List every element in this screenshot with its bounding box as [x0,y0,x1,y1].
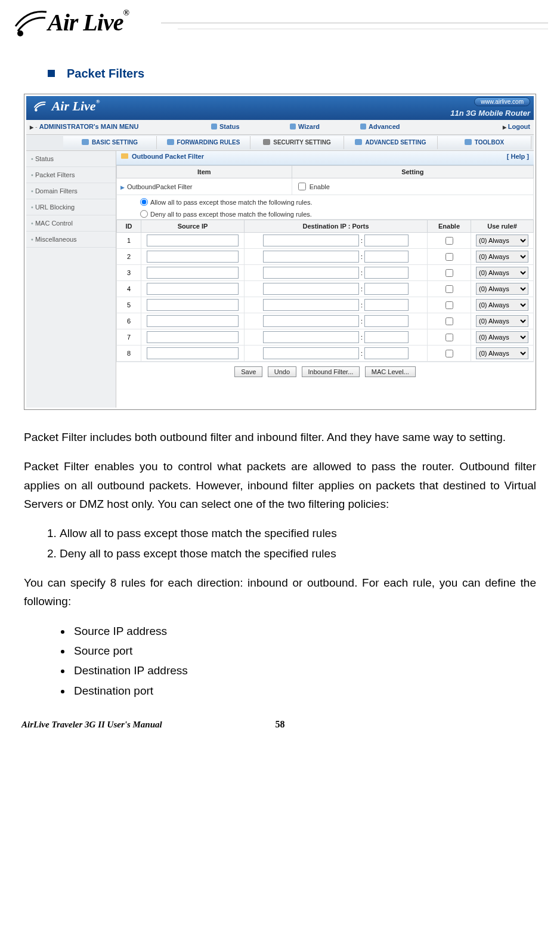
table-row: 4 : (0) Always [117,281,534,297]
sidebar-item-domain-filters[interactable]: Domain Filters [26,183,116,199]
use-rule-select[interactable]: (0) Always [476,299,528,311]
dest-port-input[interactable] [364,347,409,359]
wizard-icon [290,124,296,129]
rule-enable-checkbox[interactable] [445,350,453,357]
rule-enable-checkbox[interactable] [445,269,453,277]
dest-port-input[interactable] [364,251,409,263]
undo-button[interactable]: Undo [268,366,296,377]
source-ip-input[interactable] [147,315,239,327]
dest-ip-input[interactable] [263,315,359,327]
source-ip-input[interactable] [147,251,239,263]
col-dest-ip-ports: Destination IP : Ports [245,220,428,233]
rule-enable-checkbox[interactable] [445,237,453,245]
tab-row: BASIC SETTING FORWARDING RULES SECURITY … [26,135,534,151]
source-ip-input[interactable] [147,283,239,295]
brand-text: Air Live [48,9,123,36]
use-rule-select[interactable]: (0) Always [476,315,528,327]
url-pill[interactable]: www.airlive.com [474,97,530,106]
save-button[interactable]: Save [234,366,262,377]
source-ip-input[interactable] [147,267,239,279]
tab-icon [82,139,89,145]
tab-forwarding-rules[interactable]: FORWARDING RULES [157,136,250,149]
mac-level-button[interactable]: MAC Level... [365,366,416,377]
panel-title: Outbound Packet Filter [ Help ] [116,151,534,165]
main-menu: ▶- ADMINISTRATOR's MAIN MENU Status Wiza… [26,120,534,135]
enable-checkbox[interactable] [298,183,306,190]
inbound-filter-button[interactable]: Inbound Filter... [302,366,360,377]
advanced-icon [360,124,366,129]
menu-wizard[interactable]: Wizard [290,123,320,130]
dest-port-input[interactable] [364,283,409,295]
list-item: Destination port [72,681,536,700]
sidebar-item-url-blocking[interactable]: URL Blocking [26,199,116,215]
policy-deny-row: Deny all to pass except those match the … [117,207,533,219]
screenshot-panel: Air Live® www.airlive.com 11n 3G Mobile … [24,94,536,410]
policy-allow-radio[interactable] [140,198,148,206]
rule-enable-checkbox[interactable] [445,285,453,293]
use-rule-select[interactable]: (0) Always [476,283,528,295]
dest-ip-input[interactable] [263,299,359,311]
use-rule-select[interactable]: (0) Always [476,331,528,343]
row-id: 8 [117,346,141,362]
tab-basic-setting[interactable]: BASIC SETTING [63,136,157,149]
menu-status[interactable]: Status [211,123,240,130]
sidebar: Status Packet Filters Domain Filters URL… [26,151,116,408]
dest-ip-input[interactable] [263,267,359,279]
row-id: 2 [117,249,141,265]
dest-port-input[interactable] [364,299,409,311]
registered-icon: ® [123,8,128,17]
dest-ip-input[interactable] [263,347,359,359]
source-ip-input[interactable] [147,299,239,311]
config-table: Item Setting ▶OutboundPacket Filter Enab… [116,165,534,220]
dest-port-input[interactable] [364,267,409,279]
tab-toolbox[interactable]: TOOLBOX [438,136,531,149]
table-row: 6 : (0) Always [117,313,534,329]
rule-enable-checkbox[interactable] [445,301,453,309]
dest-ip-input[interactable] [263,251,359,263]
row-id: 6 [117,313,141,329]
dest-ip-input[interactable] [263,283,359,295]
table-row: 3 : (0) Always [117,265,534,281]
row-id: 3 [117,265,141,281]
sidebar-item-status[interactable]: Status [26,151,116,167]
list-item: Source IP address [72,622,536,640]
row-id: 1 [117,233,141,249]
use-rule-select[interactable]: (0) Always [476,251,528,263]
dest-ip-input[interactable] [263,235,359,246]
row-id: 5 [117,297,141,313]
sidebar-item-miscellaneous[interactable]: Miscellaneous [26,232,116,248]
sidebar-item-packet-filters[interactable]: Packet Filters [26,167,116,183]
tab-advanced-setting[interactable]: ADVANCED SETTING [344,136,438,149]
header-divider [161,23,548,30]
square-bullet-icon [48,70,55,77]
menu-advanced[interactable]: Advanced [360,123,400,130]
use-rule-select[interactable]: (0) Always [476,347,528,359]
use-rule-select[interactable]: (0) Always [476,235,528,246]
dest-ip-input[interactable] [263,331,359,343]
tab-icon [465,139,472,145]
policy-deny-radio[interactable] [140,210,148,218]
source-ip-input[interactable] [147,331,239,343]
list-item: Allow all to pass except those match the… [60,524,536,542]
col-source-ip: Source IP [141,220,245,233]
rule-enable-checkbox[interactable] [445,317,453,325]
help-link[interactable]: [ Help ] [507,153,529,160]
dest-port-input[interactable] [364,331,409,343]
rule-enable-checkbox[interactable] [445,253,453,261]
admin-menu-label: ▶- ADMINISTRATOR's MAIN MENU [30,123,138,130]
tab-security-setting[interactable]: SECURITY SETTING [250,136,344,149]
dest-port-input[interactable] [364,235,409,246]
col-item: Item [117,166,292,178]
source-ip-input[interactable] [147,235,239,246]
source-ip-input[interactable] [147,347,239,359]
policy-allow-row: Allow all to pass except those match the… [117,195,533,207]
page-header: Air Live® [24,11,536,53]
router-header: Air Live® www.airlive.com 11n 3G Mobile … [26,96,534,120]
sidebar-item-mac-control[interactable]: MAC Control [26,215,116,232]
rule-enable-checkbox[interactable] [445,334,453,341]
menu-logout[interactable]: ▶Logout [503,123,530,130]
use-rule-select[interactable]: (0) Always [476,267,528,279]
dest-port-input[interactable] [364,315,409,327]
svg-point-0 [17,30,23,36]
svg-point-1 [35,109,37,111]
